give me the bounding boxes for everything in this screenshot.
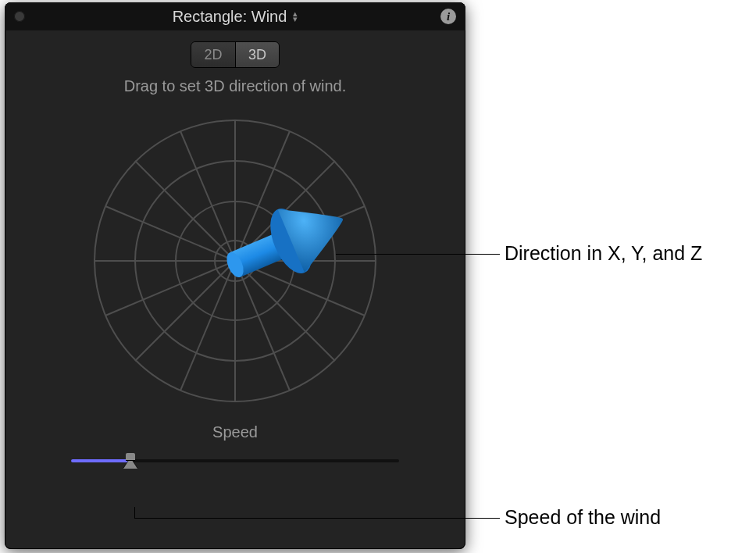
- speed-label: Speed: [212, 423, 258, 441]
- callout-leader-direction: [336, 254, 500, 255]
- hud-body: 2D 3D Drag to set 3D direction of wind.: [5, 30, 465, 469]
- dial-graphic: [87, 112, 383, 409]
- info-button[interactable]: i: [440, 9, 456, 24]
- callout-direction: Direction in X, Y, and Z: [505, 242, 702, 265]
- direction-dial[interactable]: [87, 112, 383, 409]
- info-icon: i: [447, 10, 450, 23]
- segment-2d[interactable]: 2D: [191, 42, 235, 67]
- speed-slider[interactable]: [71, 452, 399, 469]
- callout-leader-speed-tick: [134, 507, 135, 518]
- segment-3d[interactable]: 3D: [235, 42, 279, 67]
- instruction-text: Drag to set 3D direction of wind.: [124, 77, 347, 95]
- slider-fill: [71, 459, 130, 462]
- dimension-toggle: 2D 3D: [191, 41, 280, 68]
- titlebar: Rectangle: Wind ▴ ▾ i: [5, 2, 465, 30]
- callout-speed: Speed of the wind: [505, 506, 661, 529]
- chevron-down-icon: ▾: [293, 16, 298, 22]
- close-window-button[interactable]: [14, 11, 25, 22]
- callout-leader-speed: [134, 518, 500, 519]
- hud-title: Rectangle: Wind: [173, 8, 287, 26]
- slider-thumb[interactable]: [123, 453, 137, 469]
- title-stepper[interactable]: ▴ ▾: [293, 11, 298, 22]
- hud-panel: Rectangle: Wind ▴ ▾ i 2D 3D Drag to set …: [5, 2, 465, 549]
